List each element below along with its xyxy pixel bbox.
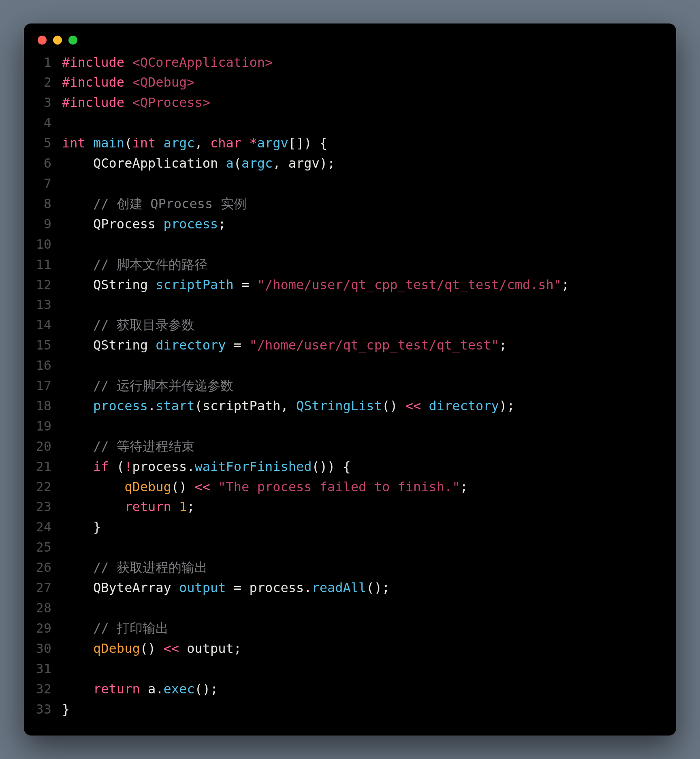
token-plain (421, 398, 429, 414)
line-number: 25 (24, 537, 62, 558)
line-number: 5 (24, 133, 62, 154)
line-number: 20 (24, 437, 62, 457)
line-number: 15 (24, 335, 62, 356)
code-content: #include <QProcess> (62, 93, 676, 113)
code-content: qDebug() << output; (62, 639, 676, 659)
code-content: QByteArray output = process.readAll(); (62, 578, 676, 598)
token-num: 1 (179, 499, 187, 514)
line-number: 9 (24, 214, 62, 235)
token-punc: () (171, 479, 195, 495)
code-content: QString scriptPath = "/home/user/qt_cpp_… (62, 275, 676, 295)
token-plain (62, 499, 124, 514)
token-ident2: process (249, 580, 304, 595)
window-titlebar (24, 23, 676, 50)
token-punc: , (280, 398, 296, 414)
token-ident: process (93, 398, 148, 414)
token-op: * (249, 135, 257, 151)
token-ident: argv (257, 135, 288, 151)
token-fn: readAll (312, 580, 367, 595)
token-punc: ; (234, 641, 241, 656)
code-line: 29 // 打印输出 (24, 618, 676, 639)
token-punc: () (382, 398, 405, 414)
line-number: 16 (24, 356, 62, 376)
token-plain (62, 580, 93, 595)
token-cmt: // 获取进程的输出 (93, 560, 207, 575)
code-content: } (62, 517, 676, 537)
code-content (62, 598, 676, 618)
token-type: QString (93, 277, 156, 292)
token-punc: []) { (288, 135, 327, 151)
token-fn: main (93, 135, 124, 151)
token-plain (62, 156, 93, 171)
code-line: 2#include <QDebug> (24, 72, 676, 93)
token-punc: . (156, 681, 163, 697)
code-line: 1#include <QCoreApplication> (24, 53, 676, 73)
token-kw: int (62, 135, 85, 151)
code-line: 6 QCoreApplication a(argc, argv); (24, 154, 676, 174)
token-plain (62, 257, 93, 272)
token-call: qDebug (93, 641, 140, 656)
token-plain (62, 519, 93, 535)
token-fn: QStringList (296, 398, 382, 414)
code-line: 25 (24, 537, 676, 558)
line-number: 3 (24, 93, 62, 113)
token-call: qDebug (124, 479, 171, 495)
token-plain (210, 479, 218, 495)
token-ident: directory (429, 398, 499, 414)
token-fn: waitForFinished (195, 459, 312, 474)
token-ident2: argv (288, 156, 320, 171)
code-content (62, 113, 676, 133)
line-number: 31 (24, 659, 62, 679)
token-plain (156, 135, 163, 151)
token-kw: return (93, 681, 140, 697)
token-punc: , (195, 135, 211, 151)
code-line: 23 return 1; (24, 497, 676, 517)
line-number: 28 (24, 598, 62, 618)
line-number: 26 (24, 558, 62, 578)
token-punc: . (304, 580, 312, 595)
token-plain (171, 499, 179, 514)
token-cmt: // 运行脚本并传递参数 (93, 378, 233, 393)
token-op: << (405, 398, 421, 414)
token-type: QByteArray (93, 580, 179, 595)
code-line: 33} (24, 699, 676, 720)
minimize-icon[interactable] (53, 36, 62, 45)
code-content: #include <QCoreApplication> (62, 53, 676, 73)
token-plain (62, 560, 93, 575)
token-plain (241, 135, 249, 151)
code-content: qDebug() << "The process failed to finis… (62, 477, 676, 497)
token-str: "/home/user/qt_cpp_test/qt_test" (249, 337, 499, 353)
code-content (62, 295, 676, 315)
token-plain (62, 317, 93, 333)
token-punc: } (93, 519, 101, 535)
token-punc: ; (499, 337, 507, 353)
code-line: 7 (24, 174, 676, 194)
code-line: 14 // 获取目录参数 (24, 315, 676, 335)
token-punc: ()) { (312, 459, 351, 474)
maximize-icon[interactable] (68, 36, 77, 45)
token-punc: ; (218, 216, 226, 232)
code-line: 32 return a.exec(); (24, 679, 676, 699)
token-op: << (163, 641, 179, 656)
code-line: 31 (24, 659, 676, 679)
token-cmt: // 获取目录参数 (93, 317, 194, 333)
code-window: 1#include <QCoreApplication>2#include <Q… (24, 23, 676, 736)
token-cmt: // 创建 QProcess 实例 (93, 196, 246, 211)
token-punc: . (148, 398, 156, 414)
code-content: // 打印输出 (62, 618, 676, 639)
code-content: #include <QDebug> (62, 72, 676, 93)
token-kw: int (132, 135, 156, 151)
token-type: QCoreApplication (93, 156, 226, 171)
line-number: 6 (24, 154, 62, 174)
code-line: 9 QProcess process; (24, 214, 676, 235)
close-icon[interactable] (38, 36, 47, 45)
line-number: 14 (24, 315, 62, 335)
token-plain (62, 681, 93, 697)
code-content: if (!process.waitForFinished()) { (62, 457, 676, 477)
token-cmt: // 打印输出 (93, 620, 169, 636)
code-line: 3#include <QProcess> (24, 93, 676, 113)
token-punc: , (273, 156, 288, 171)
line-number: 19 (24, 416, 62, 437)
code-line: 22 qDebug() << "The process failed to fi… (24, 477, 676, 497)
token-ident: scriptPath (156, 277, 234, 292)
